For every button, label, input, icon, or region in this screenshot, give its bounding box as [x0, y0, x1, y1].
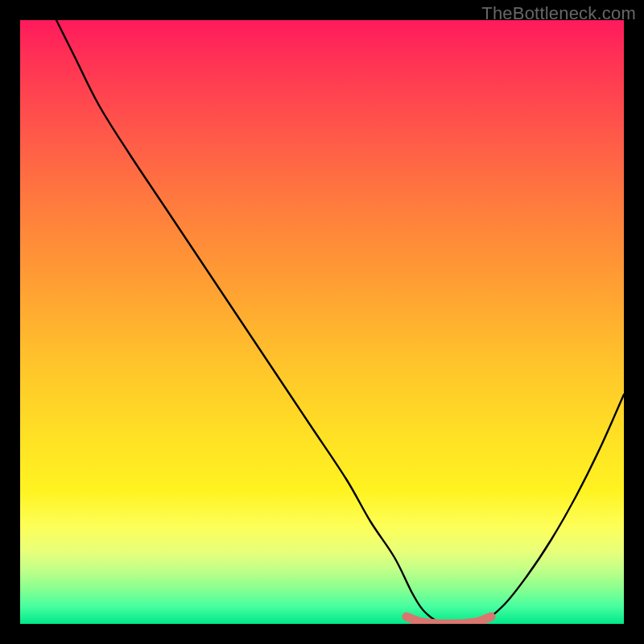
chart-frame: TheBottleneck.com — [0, 0, 644, 644]
bottleneck-curve — [56, 20, 624, 624]
optimal-zone — [407, 617, 491, 624]
curve-layer — [20, 20, 624, 624]
plot-area — [20, 20, 624, 624]
watermark-text: TheBottleneck.com — [481, 3, 636, 24]
